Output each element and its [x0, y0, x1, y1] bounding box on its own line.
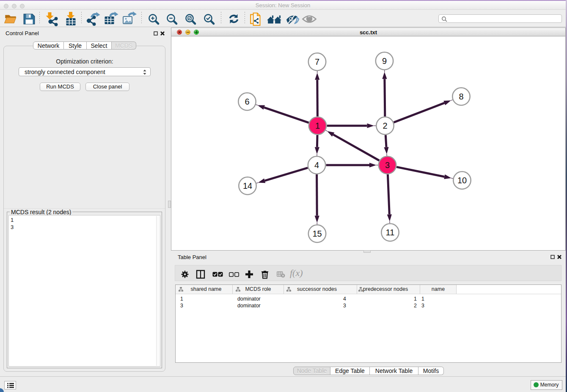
svg-text:3: 3: [385, 160, 390, 170]
svg-text:7: 7: [315, 57, 319, 66]
svg-text:15: 15: [312, 229, 322, 238]
svg-text:2: 2: [383, 121, 387, 130]
svg-text:4: 4: [314, 160, 319, 170]
svg-text:11: 11: [386, 228, 395, 237]
svg-text:6: 6: [245, 97, 249, 106]
svg-text:1: 1: [315, 121, 320, 130]
svg-text:10: 10: [457, 176, 467, 185]
svg-text:14: 14: [243, 181, 252, 190]
svg-text:8: 8: [459, 92, 463, 101]
svg-text:9: 9: [382, 56, 387, 66]
